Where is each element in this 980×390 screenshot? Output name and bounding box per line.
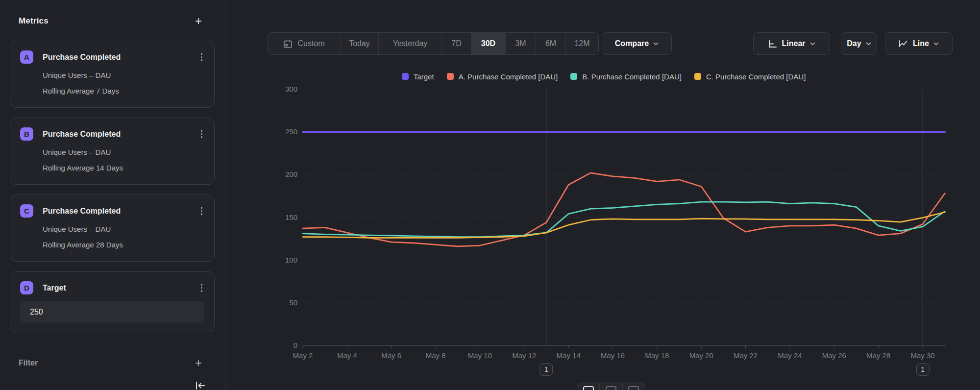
collapse-left-icon [195, 381, 206, 390]
metric-card-a[interactable]: A Purchase Completed Unique Users – DAU … [10, 41, 215, 108]
filter-section: Filter + [19, 356, 202, 370]
metric-badge-a: A [20, 50, 33, 64]
x-axis-label: May 28 [866, 351, 890, 360]
annotation-badge[interactable]: 1 [916, 363, 930, 376]
target-value-input[interactable]: 250 [20, 301, 204, 323]
x-axis-label: May 2 [293, 351, 313, 360]
metric-badge-d: D [20, 281, 33, 294]
x-axis-label: May 6 [381, 351, 401, 360]
sidebar-divider [0, 374, 225, 374]
x-axis-label: May 10 [468, 351, 492, 360]
metric-card-b[interactable]: B Purchase Completed Unique Users – DAU … [10, 118, 215, 185]
y-axis-label: 300 [285, 85, 297, 93]
overflow-menu-icon[interactable] [199, 52, 205, 62]
metric-title: Purchase Completed [43, 207, 121, 216]
chart-panel: Custom Today Yesterday 7D 30D 3M 6M 12M … [225, 0, 980, 390]
y-axis-label: 200 [285, 170, 297, 178]
filter-section-title: Filter [19, 359, 38, 367]
target-title: Target [43, 284, 66, 292]
y-axis-label: 100 [285, 256, 297, 264]
x-axis-label: May 14 [557, 351, 581, 360]
x-axis-label: May 30 [910, 351, 934, 360]
metric-measurement[interactable]: Unique Users – DAU [43, 148, 204, 156]
metric-measurement[interactable]: Unique Users – DAU [43, 71, 204, 79]
series-c [303, 212, 945, 238]
chart-tool-button-2[interactable] [599, 383, 622, 390]
target-card[interactable]: D Target 250 [10, 271, 215, 332]
y-axis-label: 250 [285, 127, 297, 136]
rounded-rect-icon [628, 386, 639, 390]
x-axis-label: May 12 [512, 351, 536, 360]
metric-card-b-header: B Purchase Completed [20, 127, 204, 141]
rounded-rect-icon [583, 386, 594, 390]
x-axis-label: May 4 [337, 351, 357, 360]
metric-rolling-average[interactable]: Rolling Average 7 Days [43, 87, 204, 95]
metrics-section-title: Metrics [19, 16, 49, 26]
metric-rolling-average[interactable]: Rolling Average 28 Days [43, 241, 204, 249]
x-axis-label: May 22 [734, 351, 758, 360]
y-axis-label: 0 [294, 341, 297, 349]
overflow-menu-icon[interactable] [199, 206, 205, 216]
add-metric-button plus-icon[interactable]: + [195, 16, 202, 26]
target-card-header: D Target [20, 281, 204, 294]
x-axis-label: May 18 [645, 351, 669, 360]
metric-badge-b: B [20, 127, 33, 141]
x-axis-label: May 16 [601, 351, 625, 360]
metrics-sidebar: Metrics + A Purchase Completed Unique Us… [0, 0, 225, 390]
metric-title: Purchase Completed [43, 53, 121, 62]
x-axis-label: May 24 [778, 351, 802, 360]
metric-card-c[interactable]: C Purchase Completed Unique Users – DAU … [10, 195, 215, 262]
x-axis-label: May 26 [822, 351, 846, 360]
rounded-rect-icon [606, 386, 616, 390]
metric-rolling-average[interactable]: Rolling Average 14 Days [43, 164, 204, 172]
metric-card-a-header: A Purchase Completed [20, 50, 204, 64]
metrics-header: Metrics + [19, 14, 202, 28]
metric-measurement[interactable]: Unique Users – DAU [43, 225, 204, 233]
metric-card-c-header: C Purchase Completed [20, 204, 204, 218]
y-axis-label: 150 [285, 213, 297, 221]
collapse-sidebar-button[interactable] [195, 381, 210, 390]
annotation-badge[interactable]: 1 [539, 363, 553, 376]
y-axis-label: 50 [289, 298, 297, 307]
chart-tools-toolbar [577, 383, 645, 390]
overflow-menu-icon[interactable] [199, 129, 205, 139]
x-axis-label: May 20 [689, 351, 713, 360]
metric-badge-c: C [20, 204, 33, 218]
add-filter-button plus-icon[interactable]: + [195, 358, 202, 368]
chart-tool-button-3[interactable] [622, 383, 645, 390]
metric-title: Purchase Completed [43, 130, 121, 139]
x-axis-label: May 8 [426, 351, 446, 360]
chart-tool-button-1[interactable] [577, 383, 599, 390]
overflow-menu-icon[interactable] [199, 283, 205, 293]
line-chart: 050100150200250300May 2May 4May 6May 8Ma… [225, 0, 980, 390]
